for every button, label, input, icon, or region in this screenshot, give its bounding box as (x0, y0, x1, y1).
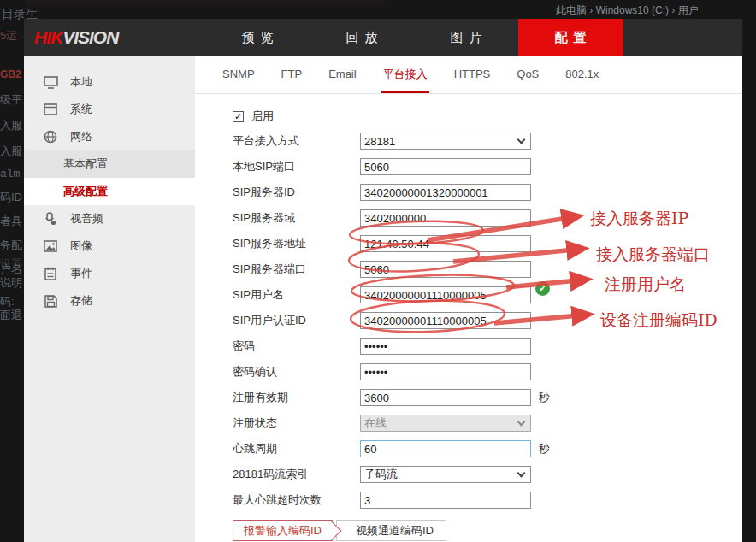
background-text: 面退 (0, 308, 22, 323)
subtab-8021x[interactable]: 802.1x (564, 56, 600, 93)
background-text: 码ID (0, 190, 22, 205)
local-sip-port-input[interactable] (360, 158, 531, 175)
logo-hik: HIK (34, 27, 62, 47)
subtab-https[interactable]: HTTPS (452, 56, 493, 93)
enable-checkbox[interactable]: ✓ (233, 111, 244, 122)
platform-access-mode-select[interactable]: 28181 (360, 133, 531, 150)
field-label: 本地SIP端口 (233, 159, 360, 174)
subtab-email[interactable]: Email (327, 56, 358, 93)
sidebar-item-image[interactable]: 图像 (24, 233, 195, 260)
event-icon (43, 267, 58, 280)
mic-icon (43, 212, 58, 226)
sidebar-item-advanced-config[interactable]: 高级配置 (24, 178, 195, 205)
register-validity-input[interactable] (360, 389, 531, 406)
field-label: 密码确认 (233, 364, 360, 380)
form-row: 密码 (233, 333, 742, 359)
subtab-platform-access[interactable]: 平台接入 (381, 56, 429, 93)
chevron-down-icon (517, 135, 526, 144)
sip-username-input[interactable] (360, 286, 531, 303)
sidebar-item-storage[interactable]: 存储 (24, 287, 195, 315)
sidebar-item-event[interactable]: 事件 (24, 260, 195, 287)
tab-preview[interactable]: 预览 (205, 19, 310, 56)
check-circle-icon: ✓ (535, 281, 550, 296)
heartbeat-interval-input[interactable] (360, 440, 531, 457)
tab-video-channel-encode-id[interactable]: 视频通道编码ID (336, 520, 446, 541)
background-breadcrumb: 此电脑 › Windows10 (C:) › 用户 (556, 3, 699, 18)
form-row: 注册有效期 秒 (233, 385, 742, 410)
logo-vision: VISION (62, 27, 118, 47)
chevron-down-icon (517, 417, 526, 426)
sidebar-item-system[interactable]: 系统 (24, 96, 195, 123)
sidebar-item-label: 网络 (70, 129, 92, 144)
sidebar-item-label: 图像 (70, 239, 92, 254)
image-icon (43, 239, 58, 253)
password-confirm-input[interactable] (360, 363, 531, 380)
background-text: alm (0, 168, 20, 180)
subtab-qos[interactable]: QoS (515, 56, 540, 93)
background-text: 设置 (0, 256, 22, 272)
field-label: 28181码流索引 (233, 467, 360, 482)
field-label: 密码 (233, 339, 360, 354)
field-label: 注册有效期 (233, 390, 360, 405)
seconds-suffix: 秒 (539, 390, 550, 405)
select-value: 在线 (364, 415, 387, 431)
sip-user-auth-id-input[interactable] (360, 312, 531, 329)
form-row: 28181码流索引 子码流 (233, 462, 742, 487)
monitor-icon (43, 75, 58, 89)
sidebar: 本地 系统 网络 基本配置 高级配置 视音频 图像 (24, 56, 195, 542)
seconds-suffix: 秒 (539, 441, 550, 457)
max-heartbeat-timeout-input[interactable] (360, 492, 531, 509)
tab-playback[interactable]: 回放 (310, 19, 414, 56)
field-label: 注册状态 (233, 415, 360, 431)
background-text: 级平 (0, 92, 22, 108)
sidebar-item-label: 基本配置 (63, 156, 108, 172)
sidebar-item-label: 存储 (70, 293, 92, 309)
tab-configuration[interactable]: 配置 (518, 19, 623, 56)
sip-server-address-input[interactable] (360, 235, 531, 252)
background-text: GB2 (0, 68, 21, 80)
window-icon (43, 103, 58, 116)
hikvision-logo: HIKVISION (34, 27, 186, 48)
enable-label: 启用 (251, 109, 274, 124)
background-text: 5运 (0, 28, 17, 44)
sidebar-item-network[interactable]: 网络 (24, 123, 195, 150)
app-header: HIKVISION 预览 回放 图片 配置 (24, 19, 742, 56)
form-row: 密码确认 (233, 359, 742, 385)
sidebar-item-local[interactable]: 本地 (24, 68, 195, 96)
sidebar-item-label: 事件 (70, 266, 92, 281)
annotation-register-username: 注册用户名 (605, 274, 686, 296)
content-panel: SNMP FTP Email 平台接入 HTTPS QoS 802.1x ✓ 启… (195, 56, 742, 542)
field-label: SIP服务器ID (233, 185, 360, 200)
stream-index-select[interactable]: 子码流 (360, 466, 531, 483)
sip-server-domain-input[interactable] (360, 209, 531, 227)
sidebar-item-audio-video[interactable]: 视音频 (24, 205, 195, 233)
field-label: SIP服务器地址 (233, 236, 360, 251)
password-input[interactable] (360, 338, 531, 355)
subtab-ftp[interactable]: FTP (280, 56, 304, 93)
main-nav: 预览 回放 图片 配置 (205, 19, 623, 56)
annotation-server-port: 接入服务器端口 (596, 244, 710, 266)
form-row: 最大心跳超时次数 (233, 487, 742, 513)
background-text: 务配 (0, 238, 22, 253)
field-label: SIP服务器域 (233, 210, 360, 226)
globe-icon (43, 130, 58, 144)
sidebar-item-basic-config[interactable]: 基本配置 (24, 150, 195, 178)
subtab-snmp[interactable]: SNMP (221, 56, 257, 93)
form-row: 注册状态 在线 (233, 410, 742, 436)
field-label: SIP用户名 (233, 287, 360, 303)
sidebar-item-label: 系统 (70, 102, 92, 117)
background-text: 入服 (0, 144, 22, 159)
field-label: 平台接入方式 (233, 133, 360, 149)
field-label: SIP服务器端口 (233, 262, 360, 277)
network-subtabs: SNMP FTP Email 平台接入 HTTPS QoS 802.1x (195, 56, 742, 94)
tab-picture[interactable]: 图片 (414, 19, 518, 56)
tab-alarm-input-encode-id[interactable]: 报警输入编码ID (233, 520, 333, 541)
form-row: SIP服务器ID (233, 180, 742, 205)
sip-server-port-input[interactable] (360, 261, 531, 278)
background-text: 说明 (0, 275, 22, 291)
chevron-down-icon (517, 468, 526, 477)
encode-id-tabs: 报警输入编码ID 视频通道编码ID (233, 520, 742, 541)
register-status-select: 在线 (360, 415, 531, 432)
sip-server-id-input[interactable] (360, 184, 531, 201)
sidebar-item-label: 视音频 (70, 211, 103, 227)
